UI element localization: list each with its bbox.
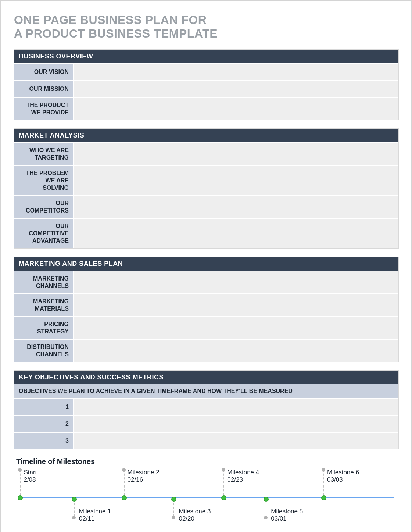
row-value[interactable] <box>73 416 398 432</box>
milestone-date: 02/16 <box>128 476 160 483</box>
page-title: ONE PAGE BUSINESS PLAN FOR A PRODUCT BUS… <box>14 13 398 40</box>
row-label: 1 <box>14 399 73 415</box>
dot-grey-icon <box>222 468 225 472</box>
milestone-name: Milestone 2 <box>128 469 160 476</box>
section-header: BUSINESS OVERVIEW <box>14 50 398 63</box>
milestone-name: Milestone 6 <box>327 469 359 476</box>
section-market-analysis: MARKET ANALYSIS WHO WE ARE TARGETING THE… <box>14 128 399 249</box>
table-row: OUR COMPETITORS <box>14 195 398 218</box>
milestone-name: Start <box>24 469 37 476</box>
row-value[interactable] <box>73 271 398 293</box>
row-label: OUR MISSION <box>14 81 73 97</box>
table-row: 1 <box>14 398 398 415</box>
milestone-label: Milestone 402/23 <box>227 469 259 484</box>
section-header: KEY OBJECTIVES AND SUCCESS METRICS <box>14 371 398 384</box>
dot-green-icon <box>321 495 326 500</box>
dot-green-icon <box>171 497 176 502</box>
milestone-label: Start2/08 <box>24 469 37 484</box>
title-line-2: A PRODUCT BUSINESS TEMPLATE <box>14 27 218 40</box>
milestone-date: 02/23 <box>227 476 259 483</box>
dot-green-icon <box>264 497 269 502</box>
row-label: THE PRODUCT WE PROVIDE <box>14 98 73 120</box>
milestone-date: 03/01 <box>271 515 303 522</box>
dot-green-icon <box>221 495 226 500</box>
section-subheader: OBJECTIVES WE PLAN TO ACHIEVE IN A GIVEN… <box>14 384 398 398</box>
table-row: THE PROBLEM WE ARE SOLVING <box>14 165 398 195</box>
row-value[interactable] <box>73 433 398 449</box>
milestone-stem <box>20 469 21 495</box>
section-business-overview: BUSINESS OVERVIEW OUR VISION OUR MISSION… <box>14 49 399 120</box>
section-header: MARKETING AND SALES PLAN <box>14 257 398 271</box>
dot-grey-icon <box>18 468 22 472</box>
table-row: OUR MISSION <box>14 80 398 97</box>
row-label: MARKETING MATERIALS <box>14 294 73 316</box>
table-row: OUR COMPETITIVE ADVANTAGE <box>14 218 398 248</box>
table-row: 3 <box>14 432 398 449</box>
row-value[interactable] <box>73 64 398 80</box>
table-row: THE PRODUCT WE PROVIDE <box>14 97 398 120</box>
row-label: WHO WE ARE TARGETING <box>14 143 73 165</box>
section-key-objectives: KEY OBJECTIVES AND SUCCESS METRICS OBJEC… <box>14 370 399 449</box>
table-row: MARKETING CHANNELS <box>14 271 398 293</box>
milestone-date: 02/11 <box>79 515 111 522</box>
row-value[interactable] <box>73 98 398 120</box>
milestone-date: 03/03 <box>327 476 359 483</box>
table-row: DISTRIBUTION CHANNELS <box>14 339 398 362</box>
row-value[interactable] <box>73 219 398 248</box>
row-label: OUR COMPETITORS <box>14 196 73 218</box>
milestone-name: Milestone 1 <box>79 508 111 515</box>
milestone-name: Milestone 3 <box>179 508 211 515</box>
milestone-label: Milestone 202/16 <box>128 469 160 484</box>
milestone-label: Milestone 302/20 <box>179 508 211 523</box>
row-value[interactable] <box>73 81 398 97</box>
dot-green-icon <box>72 497 77 502</box>
dot-green-icon <box>122 495 127 500</box>
row-value[interactable] <box>73 294 398 316</box>
timeline-title: Timeline of Milestones <box>16 457 398 466</box>
section-marketing-sales: MARKETING AND SALES PLAN MARKETING CHANN… <box>14 257 399 362</box>
row-label: PRICING STRATEGY <box>14 317 73 339</box>
dot-green-icon <box>18 495 23 500</box>
section-header: MARKET ANALYSIS <box>14 129 398 142</box>
milestone-name: Milestone 5 <box>271 508 303 515</box>
dot-grey-icon <box>322 468 325 472</box>
milestone-label: Milestone 503/01 <box>271 508 303 523</box>
row-value[interactable] <box>73 196 398 218</box>
milestone-stem <box>323 469 324 495</box>
milestone-date: 2/08 <box>24 476 37 483</box>
row-value[interactable] <box>73 143 398 165</box>
milestone-date: 02/20 <box>179 515 211 522</box>
dot-grey-icon <box>122 468 126 472</box>
milestone-stem <box>124 469 125 495</box>
milestone-label: Milestone 102/11 <box>79 508 111 523</box>
dot-grey-icon <box>264 516 268 519</box>
table-row: PRICING STRATEGY <box>14 316 398 339</box>
page: ONE PAGE BUSINESS PLAN FOR A PRODUCT BUS… <box>0 0 412 532</box>
dot-grey-icon <box>72 516 76 519</box>
row-label: 3 <box>14 433 73 449</box>
row-label: 2 <box>14 416 73 432</box>
row-value[interactable] <box>73 340 398 362</box>
row-label: DISTRIBUTION CHANNELS <box>14 340 73 362</box>
table-row: WHO WE ARE TARGETING <box>14 142 398 165</box>
milestone-stem <box>223 469 224 495</box>
row-value[interactable] <box>73 166 398 195</box>
row-value[interactable] <box>73 399 398 415</box>
row-label: OUR COMPETITIVE ADVANTAGE <box>14 219 73 248</box>
title-line-1: ONE PAGE BUSINESS PLAN FOR <box>14 13 207 26</box>
row-label: MARKETING CHANNELS <box>14 271 73 293</box>
milestone-name: Milestone 4 <box>227 469 259 476</box>
milestone-label: Milestone 603/03 <box>327 469 359 484</box>
row-label: OUR VISION <box>14 64 73 80</box>
dot-grey-icon <box>172 516 175 519</box>
timeline: Start2/08Milestone 102/11Milestone 202/1… <box>14 469 398 528</box>
table-row: MARKETING MATERIALS <box>14 293 398 316</box>
table-row: 2 <box>14 415 398 432</box>
table-row: OUR VISION <box>14 63 398 80</box>
row-value[interactable] <box>73 317 398 339</box>
row-label: THE PROBLEM WE ARE SOLVING <box>14 166 73 195</box>
